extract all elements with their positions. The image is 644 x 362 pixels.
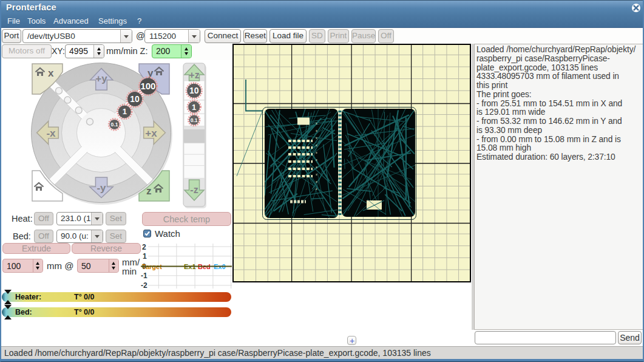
svg-text:-z: -z (190, 185, 198, 195)
svg-text:1: 1 (143, 252, 147, 261)
svg-text:-1: -1 (141, 272, 147, 280)
svg-text:10: 10 (130, 94, 140, 104)
svg-text:0.1: 0.1 (191, 117, 198, 123)
svg-text:10: 10 (189, 86, 199, 95)
svg-text:1: 1 (192, 103, 196, 112)
svg-text:-y: -y (97, 182, 106, 194)
svg-text:-2: -2 (141, 281, 147, 290)
svg-text:z: z (146, 185, 152, 197)
svg-text:100: 100 (140, 81, 155, 91)
svg-text:+x: +x (145, 128, 157, 139)
svg-text:x: x (48, 67, 54, 79)
svg-text:2: 2 (142, 243, 146, 251)
svg-text:1: 1 (123, 107, 127, 116)
svg-text:+z: +z (189, 70, 199, 80)
svg-text:+y: +y (95, 73, 107, 84)
svg-text:-x: -x (46, 128, 56, 139)
svg-text:0.1: 0.1 (111, 121, 118, 128)
